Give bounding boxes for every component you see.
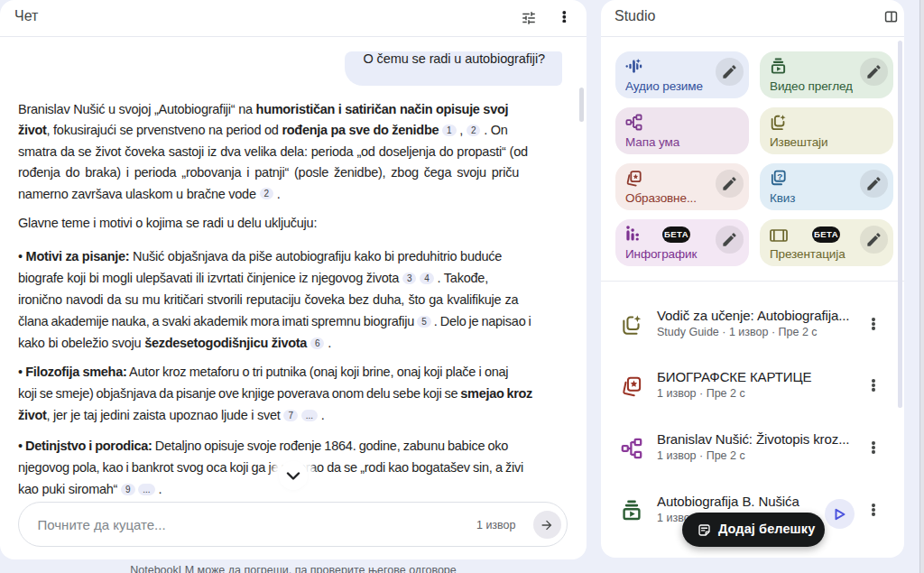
svg-text:?: ? — [777, 171, 782, 181]
